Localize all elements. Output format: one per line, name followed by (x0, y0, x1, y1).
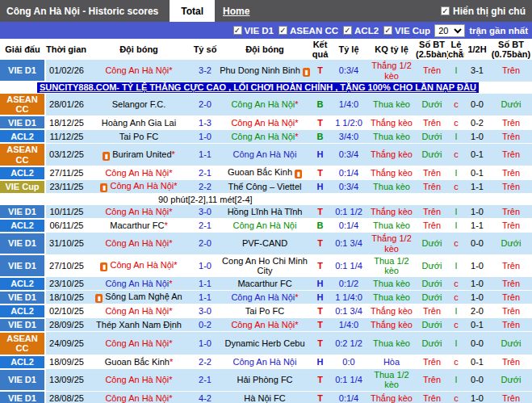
favorite-star: * (174, 181, 177, 191)
league-cell: VIE D1 (0, 233, 45, 255)
result-cell: T (310, 369, 330, 392)
goals-0-75-cell: Trên (490, 219, 532, 233)
league-cell: ACL2 (0, 166, 45, 180)
goals-0-75-cell: Trên (490, 254, 532, 277)
league-cell: VIE D1 (0, 60, 45, 82)
goals-0-75-cell: Dưới (490, 233, 532, 255)
match-row: VIE Cup23/11/25▮ Công An Hà Nội*2-2Thể C… (0, 180, 532, 194)
date-cell: 23/11/25 (45, 180, 87, 194)
team-name: Phu Dong Ninh Binh ▮ (220, 65, 310, 75)
odd-even-cell: l (448, 254, 464, 277)
match-row: VIE D118/10/25▮ Sông Lam Nghệ An1-1Công … (0, 291, 532, 304)
home-team-cell: Công An Hà Nội* (87, 60, 191, 82)
odds-cell: 0:1/2 (330, 277, 367, 291)
result-cell: T (310, 332, 330, 355)
team-name: ▮ Công An Hà Nội* (100, 260, 177, 270)
column-header: Tỷ lệ (330, 39, 367, 60)
date-cell: 02/10/25 (45, 304, 87, 318)
team-name: Selangor F.C. (112, 99, 166, 109)
home-team-cell: ▮ Công An Hà Nội* (87, 254, 191, 277)
favorite-star: * (164, 220, 167, 230)
tab-total[interactable]: Total (170, 0, 215, 22)
away-team-cell: Hồng Lĩnh Hà Tĩnh (220, 205, 310, 219)
result-cell: H (310, 143, 330, 166)
show-notes-checkbox[interactable]: ✓ (441, 6, 450, 15)
away-team-cell: Công An Hà Nội* (220, 318, 310, 332)
goals-0-75-cell: Trên (490, 115, 532, 129)
half-score-cell: 1-0 (464, 391, 490, 403)
home-team-cell: ▮ Sông Lam Nghệ An (87, 291, 191, 304)
away-team-cell: Macarthur FC (220, 277, 310, 291)
odd-even-cell: c (448, 233, 464, 255)
league-cell: ACL2 (0, 129, 45, 143)
date-cell: 28/01/26 (45, 93, 87, 115)
league-checkbox-label: VIE Cup (395, 26, 430, 36)
goals-0-75-cell: Trên (490, 60, 532, 82)
goals-2-5-cell: Trên (416, 355, 448, 369)
goals-2-5-cell: Trên (416, 115, 448, 129)
half-score-cell: 1-1 (464, 180, 490, 194)
column-header: Giải đấu (0, 39, 45, 60)
odds-cell: 0:1 3/4 (330, 233, 367, 255)
goals-2-5-cell: Trên (416, 369, 448, 392)
half-score-cell: 0-0 (464, 93, 490, 115)
recent-count-select[interactable]: 20 (434, 24, 465, 37)
league-checkbox[interactable]: ✓ (343, 26, 352, 35)
match-note-row: 90 phút[2-2],11 mét[2-4] (0, 194, 532, 205)
match-row: ACL227/11/25Công An Hà Nội*2-1Guoan Bắc … (0, 166, 532, 180)
away-team-cell: Hải Phòng FC (220, 369, 310, 392)
league-cell: ACL2 (0, 277, 45, 291)
score-cell: 4-2 (191, 391, 220, 403)
team-name: Công An Hà Nội* (105, 375, 172, 384)
team-name: Tai Po FC (119, 132, 158, 141)
match-row: VIE D128/09/25Thép Xanh Nam Định0-2Công … (0, 318, 532, 332)
favorite-star: * (295, 132, 298, 141)
favorite-star: * (295, 118, 298, 128)
result-cell: H (310, 277, 330, 291)
odds-cell: 0:1/4 (330, 166, 367, 180)
home-team-cell: Selangor F.C. (87, 93, 191, 115)
team-name: Macarthur FC* (110, 220, 168, 230)
goals-2-5-cell: Dưới (416, 129, 448, 143)
league-checkbox[interactable]: ✓ (233, 26, 242, 35)
odds-result-cell: Thua kèo (367, 277, 416, 291)
score-cell: 2-1 (191, 369, 220, 392)
home-team-cell: Công An Hà Nội* (87, 205, 191, 219)
match-row: ACL223/10/25Công An Hà Nội*1-1Macarthur … (0, 277, 532, 291)
recent-count-label: trận gần nhất (469, 26, 528, 36)
favorite-star: * (169, 375, 172, 384)
half-score-cell: 1-0 (464, 254, 490, 277)
league-checkbox[interactable]: ✓ (383, 26, 392, 35)
odds-cell: 1/4:0 (330, 318, 367, 332)
goals-0-75-cell: Dưới (490, 332, 532, 355)
page-title: Công An Hà Nội - Historic scores (0, 6, 170, 17)
league-checkbox-label: ASEAN CC (290, 26, 338, 36)
odds-result-cell: Thua kèo (367, 129, 416, 143)
team-name: Hồng Lĩnh Hà Tĩnh (228, 207, 303, 216)
team-name: Công An Hà Nội (233, 220, 297, 230)
date-cell: 28/09/25 (45, 318, 87, 332)
top-bar: Công An Hà Nội - Historic scores Total H… (0, 0, 532, 22)
goals-2-5-cell: Trên (416, 60, 448, 82)
half-score-cell: 0-0 (464, 233, 490, 255)
highlight-icon: ▮ (100, 183, 107, 192)
tab-home[interactable]: Home (215, 0, 258, 22)
away-team-cell: Tai Po FC (220, 304, 310, 318)
favorite-star: * (172, 149, 175, 159)
odd-even-cell: c (448, 93, 464, 115)
ad-banner-link[interactable]: SUNCITY888.COM- TỶ LỆ THẮNG CỰC CAO , LỐ… (37, 82, 479, 92)
column-header: Đội bóng (220, 39, 310, 60)
away-team-cell: Công An Hà Nội* (220, 93, 310, 115)
score-cell: 1-0 (191, 254, 220, 277)
match-row: VIE D127/10/25▮ Công An Hà Nội*1-0Cong A… (0, 254, 532, 277)
favorite-star: * (295, 99, 298, 109)
odd-even-cell: c (448, 318, 464, 332)
away-team-cell: Thể Công – Viettel (220, 180, 310, 194)
ad-cell: SUNCITY888.COM- TỶ LỆ THẮNG CỰC CAO , LỐ… (0, 82, 532, 93)
result-cell: B (310, 219, 330, 233)
goals-0-75-cell: Dưới (490, 369, 532, 392)
league-checkbox[interactable]: ✓ (279, 26, 287, 35)
odd-even-cell: l (448, 304, 464, 318)
favorite-star: * (169, 168, 172, 178)
odds-result-cell: Thắng 1/2 kèo (367, 233, 416, 255)
